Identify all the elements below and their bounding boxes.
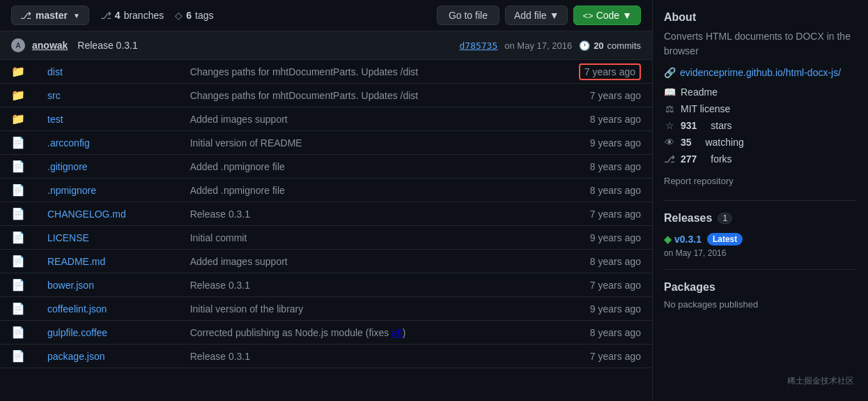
file-message: Release 0.3.1 [179,202,533,226]
file-name-link[interactable]: package.json [47,351,105,362]
file-icon-cell: 📄 [0,345,36,368]
packages-section: Packages No packages published [664,270,857,321]
file-icon-cell: 📄 [0,297,36,321]
code-button[interactable]: <> Code ▼ [573,6,641,25]
branches-link[interactable]: ⎇ 4 branches [100,10,164,21]
file-name-link[interactable]: gulpfile.coffee [47,327,107,338]
forks-label: forks [711,153,731,165]
clock-icon: 🕐 [579,40,590,51]
file-name-cell: .gitignore [36,155,179,179]
commit-hash-link[interactable]: d785735 [459,40,497,51]
top-bar: ⎇ master ▼ ⎇ 4 branches ◇ 6 tags Go to f… [0,0,652,31]
releases-heading: Releases 1 [664,212,857,225]
file-name-link[interactable]: CHANGELOG.md [47,209,126,220]
releases-title: Releases [664,212,712,225]
release-tag-version: v0.3.1 [674,234,702,245]
file-icon-cell: 📄 [0,202,36,226]
file-name-link[interactable]: coffeelint.json [47,303,107,315]
code-icon: <> [582,10,593,21]
stars-label: stars [711,120,731,131]
file-name-link[interactable]: .gitignore [47,161,88,172]
file-message-end: ) [403,327,406,338]
sidebar: About Converts HTML documents to DOCX in… [652,0,868,401]
file-time-cell: 7 years ago [533,273,652,297]
file-time-cell: 8 years ago [533,321,652,345]
file-name-link[interactable]: .npmignore [47,185,96,196]
commit-message: Release 0.3.1 [77,40,137,51]
file-message: Initial version of the library [179,297,533,321]
file-name-link[interactable]: .arcconfig [47,137,90,149]
file-name-cell: bower.json [36,273,179,297]
file-message: Changes paths for mhtDocumentParts. Upda… [179,60,533,84]
file-name-cell: dist [36,60,179,84]
branches-icon: ⎇ [100,10,111,21]
tags-link[interactable]: ◇ 6 tags [175,10,213,21]
file-time-cell: 7 years ago [533,84,652,107]
table-row: 📁distChanges paths for mhtDocumentParts.… [0,60,652,84]
file-message: Corrected publishing as Node.js module (… [190,327,392,338]
file-icon: 📄 [11,350,25,362]
fork-icon: ⎇ [664,153,675,165]
file-message: Release 0.3.1 [179,345,533,368]
file-name-link[interactable]: LICENSE [47,232,89,243]
file-message: Added images support [179,250,533,273]
file-time-cell: 7 years ago [533,345,652,368]
readme-label: Readme [681,86,718,98]
file-message: Initial version of README [179,131,533,155]
issue-link[interactable]: #6 [392,327,403,338]
table-row: 📁testAdded images support8 years ago [0,107,652,131]
table-row: 📄.npmignoreAdded .npmignore file8 years … [0,179,652,202]
top-actions: Go to file Add file ▼ <> Code ▼ [437,6,641,25]
file-message: Added .npmignore file [179,155,533,179]
file-icon: 📄 [11,232,25,243]
file-icon: 📄 [11,326,25,338]
branch-selector[interactable]: ⎇ master ▼ [11,6,89,25]
file-name-link[interactable]: README.md [47,256,105,267]
go-to-file-button[interactable]: Go to file [437,6,499,25]
website-link[interactable]: 🔗 evidenceprime.github.io/html-docx-js/ [664,67,857,78]
releases-count-badge: 1 [718,213,732,224]
readme-link[interactable]: 📖 Readme [664,84,857,100]
file-name-link[interactable]: test [47,114,63,125]
release-date: on May 17, 2016 [664,248,726,258]
commit-author-link[interactable]: anowak [32,40,68,51]
add-file-button[interactable]: Add file ▼ [505,6,568,25]
book-icon: 📖 [664,86,675,98]
watching-label: watching [705,137,743,148]
file-time-cell: 8 years ago [533,107,652,131]
stars-link[interactable]: ☆ 931 stars [664,117,857,134]
table-row: 📄CHANGELOG.mdRelease 0.3.17 years ago [0,202,652,226]
release-tag-link[interactable]: ◈ v0.3.1 [664,234,702,245]
tags-label: tags [195,10,213,21]
file-message: Initial commit [179,226,533,250]
file-time-cell: 7 years ago [533,202,652,226]
code-label: Code [596,10,619,21]
file-name-cell: src [36,84,179,107]
license-label: MIT license [681,103,730,114]
branch-chevron-icon: ▼ [73,12,80,20]
file-name-link[interactable]: bower.json [47,280,94,291]
watching-link[interactable]: 👁 35 watching [664,134,857,151]
file-icon: 📄 [11,160,25,172]
tags-icon: ◇ [175,10,183,21]
file-name-link[interactable]: src [47,90,61,101]
file-message: Release 0.3.1 [179,273,533,297]
file-icon: 📄 [11,255,25,267]
file-message-cell: Corrected publishing as Node.js module (… [179,321,533,345]
watermark: 稀土掘金技术社区 [787,375,854,387]
report-repository-link[interactable]: Report repository [664,173,857,189]
license-link[interactable]: ⚖ MIT license [664,100,857,117]
about-title: About [664,11,857,24]
file-icon: 📄 [11,184,25,196]
file-name-cell: LICENSE [36,226,179,250]
forks-link[interactable]: ⎇ 277 forks [664,151,857,167]
file-name-cell: package.json [36,345,179,368]
file-message: Added images support [179,107,533,131]
file-name-link[interactable]: dist [47,66,63,77]
about-section: About Converts HTML documents to DOCX in… [664,0,857,201]
website-url: evidenceprime.github.io/html-docx-js/ [680,67,841,78]
file-icon-cell: 📁 [0,107,36,131]
table-row: 📄coffeelint.jsonInitial version of the l… [0,297,652,321]
tag-icon: ◈ [664,234,672,245]
file-icon-cell: 📄 [0,321,36,345]
